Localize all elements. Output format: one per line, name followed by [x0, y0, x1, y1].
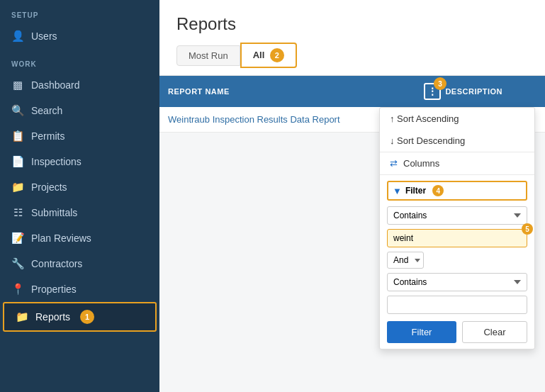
sort-asc-item[interactable]: ↑ Sort Ascending: [380, 108, 534, 130]
columns-icon: ⇄: [390, 158, 398, 169]
page-title: Reports: [176, 14, 528, 34]
column-dropdown-panel: ↑ Sort Ascending ↓ Sort Descending ⇄ Col…: [379, 107, 535, 349]
filter-value-input[interactable]: [387, 229, 527, 247]
step-badge-1: 1: [80, 310, 94, 324]
sidebar-item-reports[interactable]: 📁 Reports 1: [3, 302, 157, 332]
reports-icon: 📁: [16, 310, 28, 323]
sidebar-item-label: Dashboard: [31, 79, 80, 91]
sidebar-item-inspections[interactable]: 📄 Inspections: [0, 149, 159, 174]
sidebar-item-label: Permits: [31, 130, 64, 142]
step-badge-4: 4: [432, 185, 444, 196]
tab-all[interactable]: All 2: [240, 43, 297, 68]
sidebar-item-submittals[interactable]: ☷ Submittals: [0, 200, 159, 225]
sidebar: SETUP 👤 Users WORK ▩ Dashboard 🔍 Search …: [0, 0, 159, 392]
sidebar-item-plan-reviews[interactable]: 📝 Plan Reviews: [0, 225, 159, 251]
filter-action-row: Filter Clear: [387, 321, 527, 343]
step-badge-5: 5: [522, 223, 533, 235]
sidebar-item-label: Submittals: [31, 207, 77, 218]
sidebar-item-dashboard[interactable]: ▩ Dashboard: [0, 72, 159, 98]
tab-bar: Most Run All 2: [176, 43, 528, 68]
report-link[interactable]: Weintraub Inspection Results Data Report: [168, 114, 340, 125]
user-icon: 👤: [11, 30, 24, 43]
filter-condition-select-1[interactable]: Contains: [387, 206, 527, 225]
filter-value-input-2[interactable]: [387, 296, 527, 314]
sidebar-item-label: Properties: [31, 284, 77, 295]
sidebar-item-permits[interactable]: 📋 Permits: [0, 123, 159, 149]
sidebar-item-label: Users: [31, 30, 57, 42]
filter-button[interactable]: Filter: [387, 321, 456, 343]
dashboard-icon: ▩: [11, 79, 24, 91]
sidebar-item-projects[interactable]: 📁 Projects: [0, 174, 159, 200]
submittals-icon: ☷: [11, 206, 24, 219]
permits-icon: 📋: [11, 130, 24, 142]
tab-most-run[interactable]: Most Run: [176, 45, 240, 66]
col-description: ⋮ 3 DESCRIPTION: [415, 76, 545, 107]
col-report-name: REPORT NAME: [159, 76, 415, 107]
filter-label-box: ▼ Filter 4: [387, 181, 527, 201]
and-or-select[interactable]: And: [387, 252, 424, 269]
sidebar-item-label: Inspections: [31, 156, 82, 167]
inspections-icon: 📄: [11, 155, 24, 168]
column-menu-button[interactable]: ⋮ 3: [424, 83, 441, 100]
plan-reviews-icon: 📝: [11, 232, 24, 245]
main-header: Reports Most Run All 2: [159, 0, 545, 76]
filter-section: ▼ Filter 4 Contains 5 And: [380, 174, 534, 349]
table-area: REPORT NAME ⋮ 3 DESCRIPTION: [159, 76, 545, 392]
projects-icon: 📁: [11, 181, 24, 194]
step-badge-2: 2: [270, 48, 284, 62]
sidebar-item-label: Projects: [31, 181, 67, 193]
main-content: Reports Most Run All 2 REPORT NAME ⋮: [159, 0, 545, 392]
filter-condition-select-2[interactable]: Contains: [387, 273, 527, 291]
sidebar-item-label: Plan Reviews: [31, 233, 91, 244]
sidebar-item-label: Search: [31, 105, 62, 116]
clear-button[interactable]: Clear: [462, 321, 527, 343]
report-name-cell: Weintraub Inspection Results Data Report: [159, 107, 415, 133]
sidebar-item-contractors[interactable]: 🔧 Contractors: [0, 251, 159, 276]
work-section-label: WORK: [0, 49, 159, 72]
filter-icon: ▼: [393, 186, 402, 196]
columns-item[interactable]: ⇄ Columns: [380, 152, 534, 174]
setup-section-label: SETUP: [0, 0, 159, 23]
sidebar-item-label: Contractors: [31, 258, 82, 269]
sidebar-item-label: Reports: [35, 311, 70, 323]
properties-icon: 📍: [11, 283, 24, 296]
sidebar-item-properties[interactable]: 📍 Properties: [0, 276, 159, 302]
search-icon: 🔍: [11, 104, 24, 117]
sort-desc-item[interactable]: ↓ Sort Descending: [380, 130, 534, 152]
contractors-icon: 🔧: [11, 257, 24, 270]
sidebar-item-users[interactable]: 👤 Users: [0, 23, 159, 49]
and-row: And: [387, 252, 527, 269]
sidebar-item-search[interactable]: 🔍 Search: [0, 98, 159, 123]
